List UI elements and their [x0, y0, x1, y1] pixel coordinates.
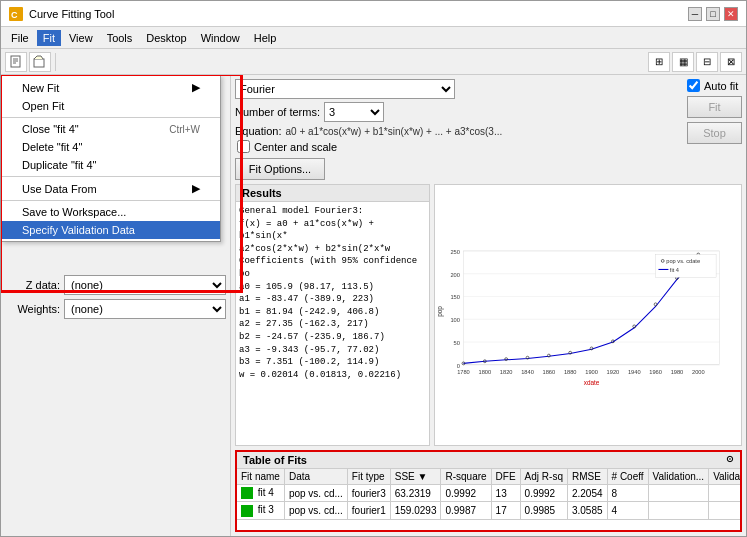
menu-view[interactable]: View [63, 30, 99, 46]
maximize-button[interactable]: □ [706, 7, 720, 21]
row1-name: fit 4 [237, 485, 284, 502]
row1-sse: 63.2319 [390, 485, 441, 502]
table-scroll[interactable]: Fit name Data Fit type SSE ▼ R-square DF… [237, 469, 740, 529]
row1-val2 [709, 485, 740, 502]
fit-type-select[interactable]: Fourier [235, 79, 455, 99]
col-fit-name: Fit name [237, 469, 284, 485]
content-area: New Fit ▶ Open Fit Close "fit 4" Ctrl+W … [1, 75, 746, 536]
equation-value: a0 + a1*cos(x*w) + b1*sin(x*w) + ... + a… [285, 126, 502, 137]
col-adj-rsq: Adj R-sq [520, 469, 567, 485]
menu-sep-3 [2, 200, 220, 201]
result-line-11: w = 0.02014 (0.01813, 0.02216) [239, 369, 426, 382]
menu-use-data[interactable]: Use Data From ▶ [2, 179, 220, 198]
menu-desktop[interactable]: Desktop [140, 30, 192, 46]
fit-button[interactable]: Fit [687, 96, 742, 118]
result-line-7: a2 = 27.35 (-162.3, 217) [239, 318, 426, 331]
table-collapse-btn[interactable]: ⊙ [726, 454, 734, 466]
row2-rsq: 0.9987 [441, 502, 491, 519]
toolbar-right: ⊞ ▦ ⊟ ⊠ [648, 52, 742, 72]
close-button[interactable]: ✕ [724, 7, 738, 21]
svg-text:xdate: xdate [584, 379, 600, 386]
svg-text:250: 250 [450, 249, 460, 255]
menu-help[interactable]: Help [248, 30, 283, 46]
terms-select[interactable]: 3 [324, 102, 384, 122]
svg-text:1820: 1820 [500, 369, 513, 375]
result-line-3: Coefficients (with 95% confidence bo [239, 255, 426, 280]
row2-sse: 159.0293 [390, 502, 441, 519]
title-bar: C Curve Fitting Tool ─ □ ✕ [1, 1, 746, 27]
row1-type: fourier3 [347, 485, 390, 502]
menu-bar: File Fit View Tools Desktop Window Help [1, 27, 746, 49]
menu-file[interactable]: File [5, 30, 35, 46]
menu-new-fit[interactable]: New Fit ▶ [2, 78, 220, 97]
fit-buttons: Auto fit Fit Stop [687, 79, 742, 144]
result-line-4: a0 = 105.9 (98.17, 113.5) [239, 281, 426, 294]
new-icon [9, 55, 23, 69]
dock-btn[interactable]: ⊟ [696, 52, 718, 72]
menu-duplicate-fit[interactable]: Duplicate "fit 4" [2, 156, 220, 174]
result-line-8: b2 = -24.57 (-235.9, 186.7) [239, 331, 426, 344]
svg-text:1880: 1880 [564, 369, 577, 375]
weights-select[interactable]: (none) [64, 299, 226, 319]
result-line-9: a3 = -9.343 (-95.7, 77.02) [239, 344, 426, 357]
results-panel: Results General model Fourier3: f(x) = a… [235, 184, 430, 446]
fit-options-button[interactable]: Fit Options... [235, 158, 325, 180]
right-panel: Fourier Number of terms: 3 Equation: a0 … [231, 75, 746, 536]
menu-open-fit[interactable]: Open Fit [2, 97, 220, 115]
fit3-color [241, 505, 253, 517]
fit-form: Fourier Number of terms: 3 Equation: a0 … [235, 79, 679, 180]
menu-specify-validation[interactable]: Specify Validation Data [2, 221, 220, 239]
row2-name: fit 3 [237, 502, 284, 519]
menu-window[interactable]: Window [195, 30, 246, 46]
grid-btn[interactable]: ⊞ [648, 52, 670, 72]
autofit-label: Auto fit [704, 80, 738, 92]
svg-text:pop: pop [436, 306, 444, 317]
toolbar-btn-2[interactable] [29, 52, 51, 72]
chart-panel: 0 50 100 150 200 250 pop 1780 1800 1820 … [434, 184, 742, 446]
svg-text:150: 150 [450, 294, 460, 300]
toolbar-separator [55, 53, 56, 71]
result-line-0: General model Fourier3: [239, 205, 426, 218]
results-chart-area: Results General model Fourier3: f(x) = a… [235, 184, 742, 446]
stop-button[interactable]: Stop [687, 122, 742, 144]
col-rmse: RMSE [567, 469, 607, 485]
chart-svg: 0 50 100 150 200 250 pop 1780 1800 1820 … [435, 185, 741, 445]
svg-text:1900: 1900 [585, 369, 598, 375]
minimize-button[interactable]: ─ [688, 7, 702, 21]
z-data-row: Z data: (none) [5, 275, 226, 295]
undock-btn[interactable]: ⊠ [720, 52, 742, 72]
col-coeff: # Coeff [607, 469, 648, 485]
fit-dropdown-menu: New Fit ▶ Open Fit Close "fit 4" Ctrl+W … [1, 75, 221, 242]
menu-fit[interactable]: Fit [37, 30, 61, 46]
col-val1: Validation... [648, 469, 709, 485]
svg-text:1980: 1980 [671, 369, 684, 375]
row1-val1 [648, 485, 709, 502]
svg-text:2000: 2000 [692, 369, 705, 375]
autofit-checkbox[interactable] [687, 79, 700, 92]
menu-save-workspace[interactable]: Save to Workspace... [2, 203, 220, 221]
left-panel: New Fit ▶ Open Fit Close "fit 4" Ctrl+W … [1, 75, 231, 536]
center-scale-checkbox[interactable] [237, 140, 250, 153]
weights-label: Weights: [5, 303, 60, 315]
col-dfe: DFE [491, 469, 520, 485]
svg-text:0: 0 [457, 363, 460, 369]
title-controls: ─ □ ✕ [688, 7, 738, 21]
main-window: C Curve Fitting Tool ─ □ ✕ File Fit View… [0, 0, 747, 537]
menu-sep-2 [2, 176, 220, 177]
menu-close-fit[interactable]: Close "fit 4" Ctrl+W [2, 120, 220, 138]
z-data-select[interactable]: (none) [64, 275, 226, 295]
col-rsquare: R-square [441, 469, 491, 485]
svg-text:50: 50 [454, 340, 460, 346]
title-bar-left: C Curve Fitting Tool [9, 7, 114, 21]
menu-delete-fit[interactable]: Delete "fit 4" [2, 138, 220, 156]
layout-btn[interactable]: ▦ [672, 52, 694, 72]
row2-val1 [648, 502, 709, 519]
svg-text:1920: 1920 [607, 369, 620, 375]
menu-tools[interactable]: Tools [101, 30, 139, 46]
toolbar-btn-1[interactable] [5, 52, 27, 72]
svg-text:100: 100 [450, 317, 460, 323]
center-scale-label: Center and scale [254, 141, 337, 153]
col-fit-type: Fit type [347, 469, 390, 485]
row2-adjrsq: 0.9985 [520, 502, 567, 519]
svg-text:pop vs. cdate: pop vs. cdate [666, 258, 700, 264]
